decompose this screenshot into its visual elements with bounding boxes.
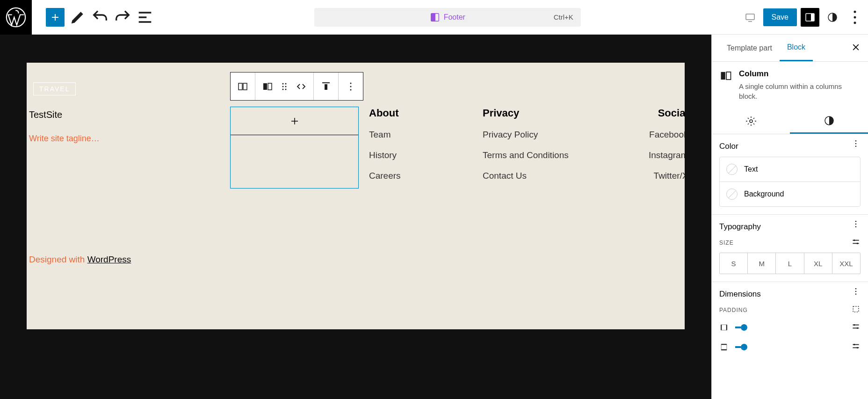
padding-vertical-custom[interactable] (851, 341, 861, 353)
parent-columns-button[interactable] (237, 81, 248, 92)
designed-with[interactable]: Designed with WordPress (29, 254, 131, 265)
tab-block[interactable]: Block (780, 35, 813, 61)
padding-horizontal-icon (719, 323, 729, 332)
svg-rect-20 (325, 84, 327, 90)
designed-link[interactable]: WordPress (87, 254, 131, 264)
nav-link[interactable]: Instagram (649, 150, 685, 160)
svg-point-26 (750, 120, 752, 123)
color-text-button[interactable]: Text (720, 157, 860, 181)
columns-icon (237, 81, 248, 92)
color-panel: Color Text Background (712, 134, 868, 215)
svg-point-17 (285, 86, 287, 87)
svg-point-22 (350, 86, 352, 87)
site-logo-placeholder[interactable]: TRAVEL (33, 82, 76, 95)
padding-vertical-slider[interactable] (735, 346, 845, 348)
nav-link[interactable]: Facebook (649, 130, 685, 140)
undo-icon (91, 8, 109, 27)
svg-point-8 (854, 16, 856, 18)
typography-panel-options[interactable] (851, 219, 861, 231)
svg-point-21 (350, 82, 352, 84)
size-xxl[interactable]: XXL (832, 253, 860, 274)
size-button-group: S M L XL XXL (719, 253, 861, 274)
dimensions-panel-options[interactable] (851, 287, 861, 298)
svg-point-15 (285, 83, 287, 84)
nav-link[interactable]: Privacy Policy (483, 130, 569, 140)
padding-horizontal-custom[interactable] (851, 322, 861, 333)
align-button[interactable] (320, 81, 332, 92)
styles-icon (824, 115, 835, 126)
site-tagline[interactable]: Write site tagline… (29, 134, 100, 144)
nav-link[interactable]: History (369, 150, 401, 160)
document-overview-button[interactable] (136, 8, 154, 27)
drag-icon (279, 81, 290, 92)
list-icon (136, 8, 154, 27)
toolbar-center: Footer Ctrl+K (154, 8, 741, 27)
document-bar[interactable]: Footer Ctrl+K (314, 8, 581, 27)
svg-point-34 (854, 239, 855, 241)
tools-button[interactable] (68, 8, 87, 27)
selected-column-block[interactable] (230, 107, 359, 189)
view-button[interactable] (741, 8, 760, 27)
block-title: Column (739, 69, 861, 79)
size-s[interactable]: S (720, 253, 747, 274)
padding-label: PADDING (719, 307, 748, 313)
col-heading[interactable]: Privacy (483, 107, 569, 119)
options-button[interactable] (846, 8, 864, 27)
sub-tab-styles[interactable] (790, 109, 868, 134)
size-custom-toggle[interactable] (851, 237, 861, 248)
desktop-icon (745, 12, 756, 23)
svg-rect-10 (239, 83, 242, 90)
document-label: Footer (444, 13, 465, 22)
settings-sidebar: Template part Block Column A single colu… (711, 35, 868, 399)
more-vertical-icon (846, 8, 864, 27)
svg-rect-2 (431, 13, 435, 21)
editor-canvas[interactable]: TRAVEL TestSite Write site tagline… (27, 63, 685, 329)
svg-rect-5 (811, 14, 814, 21)
wp-logo[interactable] (0, 0, 32, 35)
nav-link[interactable]: Careers (369, 171, 401, 181)
swatch-icon (726, 164, 738, 175)
tab-template-part[interactable]: Template part (719, 35, 780, 61)
size-l[interactable]: L (775, 253, 803, 274)
svg-point-32 (855, 224, 857, 225)
padding-horizontal-slider[interactable] (735, 326, 845, 328)
color-background-button[interactable]: Background (720, 181, 860, 206)
col-heading[interactable]: About (369, 107, 401, 119)
move-button[interactable] (296, 81, 307, 92)
column-block-button[interactable] (262, 81, 273, 92)
block-options-button[interactable] (345, 81, 356, 92)
nav-link[interactable]: Contact Us (483, 171, 569, 181)
template-part-icon (430, 12, 440, 22)
svg-rect-13 (268, 83, 272, 90)
swatch-icon (726, 189, 738, 200)
col-heading[interactable]: Social (649, 107, 685, 119)
color-panel-options[interactable] (851, 139, 861, 150)
redo-button[interactable] (113, 8, 132, 27)
sub-tab-settings[interactable] (712, 109, 790, 134)
save-button[interactable]: Save (763, 8, 797, 26)
column-icon (262, 81, 273, 92)
padding-link-sides[interactable] (851, 305, 861, 315)
column-icon (719, 69, 732, 82)
undo-button[interactable] (91, 8, 109, 27)
close-sidebar-button[interactable] (851, 42, 861, 55)
typography-panel: Typography SIZE S M L XL XXL (712, 215, 868, 282)
settings-sidebar-button[interactable] (801, 8, 819, 27)
drag-handle[interactable] (279, 81, 290, 92)
svg-point-18 (282, 88, 284, 90)
svg-point-9 (854, 22, 856, 24)
wordpress-icon (6, 7, 26, 28)
nav-link[interactable]: Terms and Conditions (483, 150, 569, 160)
nav-link[interactable]: Twitter/X (649, 171, 685, 181)
svg-point-36 (855, 288, 857, 290)
nav-link[interactable]: Team (369, 130, 401, 140)
more-vertical-icon (851, 139, 861, 148)
add-block-button[interactable] (46, 8, 65, 27)
more-vertical-icon (851, 287, 861, 296)
styles-button[interactable] (823, 8, 842, 27)
size-m[interactable]: M (747, 253, 775, 274)
size-xl[interactable]: XL (804, 253, 832, 274)
site-title[interactable]: TestSite (29, 109, 62, 120)
sliders-icon (851, 341, 861, 351)
add-block-appender[interactable] (231, 107, 358, 135)
